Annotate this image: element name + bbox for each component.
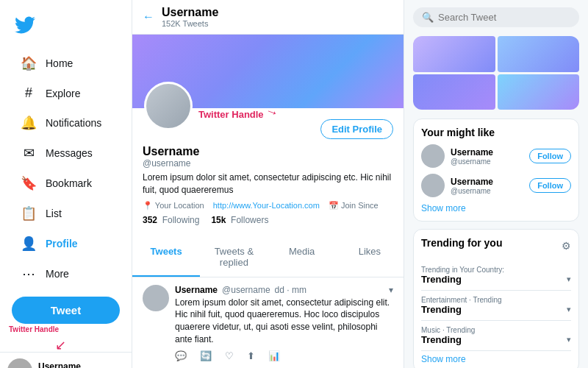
sidebar-navigation: 🏠 Home # Explore 🔔 Notifications ✉ Messa… [0, 48, 132, 289]
more-icon: ⋯ [21, 266, 37, 282]
notification-icon: 🔔 [21, 115, 37, 131]
profile-header-name: Username [162, 6, 218, 19]
follow-avatar-1 [421, 144, 445, 168]
sidebar-item-profile[interactable]: 👤 Profile [6, 229, 126, 258]
following-stat[interactable]: 352 Following [143, 215, 199, 225]
sidebar-item-explore[interactable]: # Explore [6, 79, 126, 107]
follow-item-2: Username @username Follow [421, 174, 571, 197]
profile-website-link[interactable]: http://www.Your-Location.com [213, 201, 320, 210]
tab-tweets-replied[interactable]: Tweets & replied [200, 238, 268, 277]
tweet-avatar-1 [143, 285, 169, 311]
thumbnail-2 [498, 36, 580, 72]
profile-icon: 👤 [21, 236, 37, 252]
sidebar-item-list-label: List [46, 208, 62, 219]
sidebar-item-more[interactable]: ⋯ More [6, 259, 126, 289]
like-button[interactable]: ♡ [225, 350, 234, 361]
sidebar-item-messages[interactable]: ✉ Messages [6, 138, 126, 168]
trending-name-1: Trending [421, 274, 462, 285]
home-icon: 🏠 [21, 55, 37, 71]
back-button[interactable]: ← [143, 10, 154, 24]
profile-name: Username [143, 145, 393, 158]
trending-show-more[interactable]: Show more [421, 354, 571, 364]
thumbnail-4 [498, 74, 580, 110]
tab-media[interactable]: Media [268, 238, 336, 277]
you-might-like-section: Your might like Username @username Follo… [413, 118, 579, 222]
sidebar-item-more-label: More [46, 268, 69, 280]
search-input[interactable] [438, 12, 570, 23]
profile-tabs: Tweets Tweets & replied Media Likes [132, 238, 404, 277]
chevron-down-trending2-icon: ▾ [567, 305, 571, 314]
followers-count: 15k [211, 215, 226, 225]
twitter-handle-overlay: Twitter Handle → [198, 105, 279, 120]
follow-handle-1: @username [451, 158, 523, 166]
follow-info-1: Username @username [451, 147, 523, 166]
share-button[interactable]: ⬆ [247, 350, 255, 361]
twitter-handle-sidebar-label: Twitter Handle [9, 325, 59, 333]
trending-sub-2: Entertainment · Trending [421, 296, 571, 304]
explore-icon: # [21, 85, 37, 101]
trending-header: Trending for you ⚙ [421, 237, 571, 255]
search-box: 🔍 [413, 7, 579, 27]
follow-info-2: Username @username [451, 177, 523, 195]
gear-icon[interactable]: ⚙ [562, 240, 571, 252]
chevron-down-trending1-icon: ▾ [567, 275, 571, 284]
sidebar-item-bookmark[interactable]: 🔖 Bookmark [6, 169, 126, 198]
sidebar-item-list[interactable]: 📋 List [6, 199, 126, 228]
trending-item-2[interactable]: Entertainment · Trending Trending ▾ [421, 291, 571, 321]
trending-item-1[interactable]: Trending in Your Country: Trending ▾ [421, 261, 571, 291]
sidebar-user-profile[interactable]: Username @username ▾ [0, 352, 132, 368]
profile-bio: Lorem ipsum dolor sit amet, consectetur … [143, 171, 393, 197]
trending-section: Trending for you ⚙ Trending in Your Coun… [413, 229, 579, 368]
follow-handle-2: @username [451, 187, 523, 195]
trending-title: Trending for you [421, 237, 502, 249]
follow-button-1[interactable]: Follow [529, 149, 571, 163]
follow-item-1: Username @username Follow [421, 144, 571, 168]
trending-item-3[interactable]: Music · Trending Trending ▾ [421, 321, 571, 351]
sidebar-item-home[interactable]: 🏠 Home [6, 49, 126, 78]
profile-location: 📍 Your Location [143, 201, 204, 210]
trending-name-3: Trending [421, 334, 462, 345]
you-might-like-show-more[interactable]: Show more [421, 203, 571, 213]
sidebar: 🏠 Home # Explore 🔔 Notifications ✉ Messa… [0, 0, 132, 368]
tab-tweets[interactable]: Tweets [132, 238, 200, 277]
trending-name-2: Trending [421, 304, 462, 315]
cover-photo: Twitter Handle → Edit Profile [132, 35, 404, 108]
profile-handle: @username [143, 158, 393, 169]
tweet-actions-1: 💬 🔄 ♡ ⬆ 📊 [175, 350, 393, 361]
sidebar-item-explore-label: Explore [46, 88, 80, 99]
profile-header-info: Username 152K Tweets [162, 6, 218, 28]
you-might-like-title: Your might like [421, 127, 571, 138]
twitter-logo [0, 7, 132, 48]
tweet-date-1: dd · mm [275, 285, 306, 295]
followers-stat[interactable]: 15k Followers [211, 215, 268, 225]
profile-avatar-wrap [144, 82, 193, 130]
handle-arrow-icon: → [263, 103, 281, 122]
chevron-down-trending3-icon: ▾ [567, 335, 571, 344]
tab-likes[interactable]: Likes [336, 238, 404, 277]
sidebar-username: Username [38, 361, 114, 368]
thumbnail-1 [413, 36, 495, 72]
stats-button[interactable]: 📊 [268, 350, 280, 361]
trending-sub-1: Trending in Your Country: [421, 266, 571, 274]
tweet-button[interactable]: Tweet [12, 297, 120, 324]
sidebar-item-messages-label: Messages [46, 147, 93, 159]
thumbnail-3 [413, 74, 495, 110]
tweet-handle-1: @username [222, 285, 270, 295]
thumbnail-grid [413, 36, 579, 110]
sidebar-user-info: Username @username [38, 361, 114, 368]
sidebar-item-notifications[interactable]: 🔔 Notifications [6, 108, 126, 138]
sidebar-avatar [7, 358, 32, 368]
follow-button-2[interactable]: Follow [529, 178, 571, 193]
tweet-meta-1: Username @username dd · mm ▾ [175, 285, 393, 295]
sidebar-item-home-label: Home [46, 57, 73, 69]
tweet-text-1: Lorem ipsum dolor sit amet, consectetur … [175, 297, 393, 346]
follow-name-2: Username [451, 177, 523, 187]
retweet-button[interactable]: 🔄 [200, 350, 212, 361]
profile-header-bar: ← Username 152K Tweets [132, 0, 404, 35]
list-icon: 📋 [21, 205, 37, 222]
edit-profile-button[interactable]: Edit Profile [320, 119, 393, 139]
reply-button[interactable]: 💬 [175, 350, 187, 361]
chevron-down-tweet-icon[interactable]: ▾ [389, 285, 393, 295]
twitter-handle-label: Twitter Handle [198, 109, 264, 120]
profile-join-date: 📅 Join Since [329, 201, 379, 210]
